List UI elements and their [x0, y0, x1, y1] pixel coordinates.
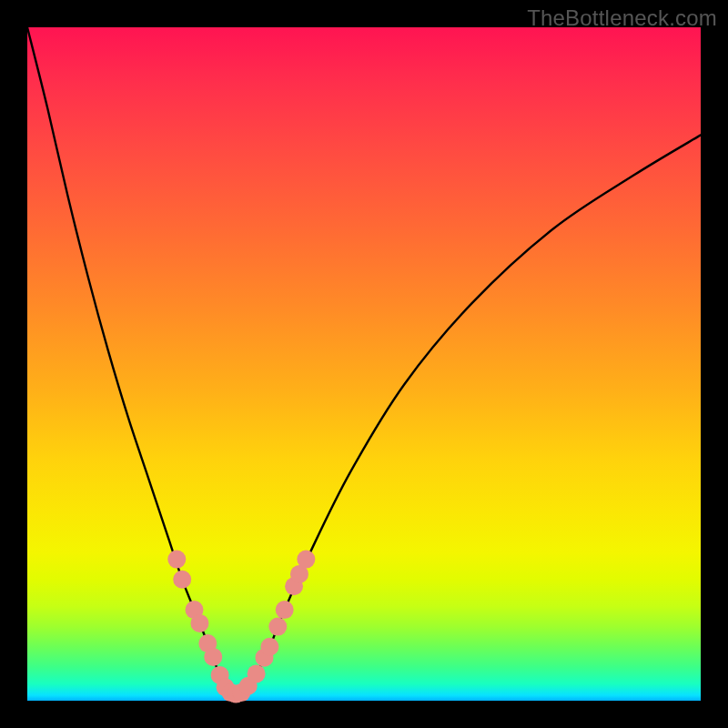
marker-dot — [268, 618, 287, 636]
marker-dot — [297, 551, 315, 569]
marker-dots — [167, 551, 315, 703]
watermark-text: TheBottleneck.com — [527, 5, 717, 31]
marker-dot — [248, 664, 266, 682]
bottleneck-curve — [27, 27, 701, 694]
marker-dot — [204, 648, 222, 666]
marker-dot — [190, 614, 208, 632]
plot-area — [27, 27, 701, 701]
marker-dot — [173, 571, 191, 589]
chart-frame: TheBottleneck.com — [0, 0, 728, 728]
marker-dot — [167, 551, 186, 569]
marker-dot — [260, 638, 278, 656]
chart-svg — [27, 27, 701, 701]
marker-dot — [276, 601, 294, 619]
